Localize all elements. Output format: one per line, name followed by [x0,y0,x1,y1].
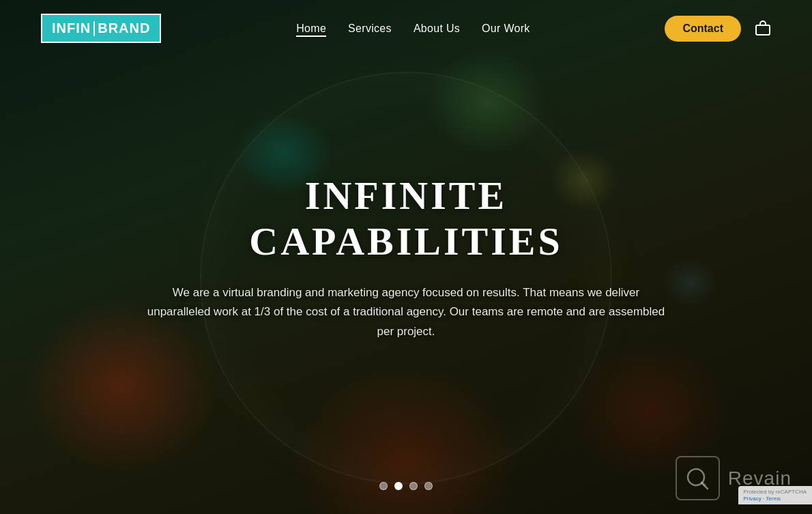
dot-2[interactable] [394,482,403,490]
nav-link-home[interactable]: Home [296,23,326,37]
nav-link-services[interactable]: Services [348,23,392,34]
dot-1[interactable] [379,482,388,490]
hero-subtitle: We are a virtual branding and marketing … [147,283,665,342]
logo[interactable]: INFIN BRAND [41,14,161,43]
nav-item-home[interactable]: Home [296,23,326,35]
navbar: INFIN BRAND Home Services About Us Our W… [0,0,812,57]
hero-content: INFINITE CAPABILITIES We are a virtual b… [147,172,665,342]
logo-text-left: INFIN [52,20,91,36]
revain-icon [676,456,720,500]
nav-link-ourwork[interactable]: Our Work [482,23,530,34]
nav-item-about[interactable]: About Us [414,23,460,35]
cart-icon[interactable] [755,20,771,37]
dot-3[interactable] [409,482,418,490]
svg-rect-0 [756,25,770,35]
slider-dots [379,482,433,490]
nav-links: Home Services About Us Our Work [296,23,530,35]
nav-item-ourwork[interactable]: Our Work [482,23,530,35]
dot-4[interactable] [424,482,433,490]
hero-section: INFIN BRAND Home Services About Us Our W… [0,0,812,514]
nav-item-services[interactable]: Services [348,23,392,35]
logo-divider [93,21,95,36]
recaptcha-badge: Protected by reCAPTCHA Privacy · Terms [738,486,812,504]
nav-link-about[interactable]: About Us [414,23,460,34]
recaptcha-links: Privacy · Terms [744,496,807,502]
logo-text-right: BRAND [98,20,150,36]
contact-button[interactable]: Contact [665,16,741,42]
hero-title: INFINITE CAPABILITIES [147,172,665,263]
